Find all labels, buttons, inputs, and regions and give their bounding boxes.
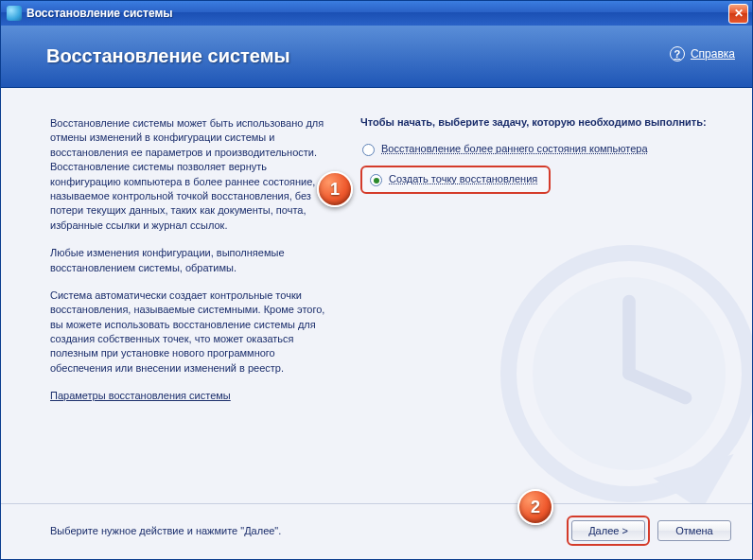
cancel-button[interactable]: Отмена [657, 520, 731, 541]
footer: Выберите нужное действие и нажмите "Дале… [1, 503, 752, 559]
help-link[interactable]: ? Справка [670, 46, 735, 61]
settings-link[interactable]: Параметры восстановления системы [50, 390, 231, 401]
radio-label-create: Создать точку восстановления [389, 173, 537, 184]
description-p1: Восстановление системы может быть исполь… [50, 116, 340, 233]
description-p3: Система автоматически создает контрольны… [50, 289, 340, 376]
titlebar: Восстановление системы ✕ [1, 1, 752, 26]
task-header: Чтобы начать, выберите задачу, которую н… [360, 116, 724, 128]
next-button[interactable]: Далее > [571, 520, 645, 541]
footer-hint: Выберите нужное действие и нажмите "Дале… [50, 525, 567, 536]
close-icon: ✕ [734, 7, 744, 20]
system-restore-window: Восстановление системы ✕ Восстановление … [0, 0, 753, 560]
help-label: Справка [691, 47, 735, 61]
radio-icon-selected [370, 174, 382, 186]
description-column: Восстановление системы может быть исполь… [1, 88, 351, 503]
task-column: Чтобы начать, выберите задачу, которую н… [351, 88, 752, 503]
app-icon [7, 6, 22, 21]
content-area: Восстановление системы может быть исполь… [1, 88, 752, 503]
footer-buttons: 2 Далее > Отмена [567, 516, 731, 546]
help-icon: ? [670, 46, 685, 61]
radio-option-create-point[interactable]: Создать точку восстановления [368, 171, 539, 188]
window-title: Восстановление системы [26, 7, 728, 20]
radio-option-restore[interactable]: Восстановление более раннего состояния к… [360, 141, 724, 158]
radio-label-restore: Восстановление более раннего состояния к… [381, 143, 648, 154]
highlight-create-point: Создать точку восстановления [360, 166, 551, 194]
description-p2: Любые изменения конфигурации, выполняемы… [50, 246, 340, 275]
radio-icon [362, 144, 375, 156]
page-title: Восстановление системы [46, 45, 290, 67]
annotation-marker-1: 1 [317, 171, 353, 207]
close-button[interactable]: ✕ [728, 4, 748, 24]
annotation-marker-2: 2 [517, 489, 553, 525]
header-band: Восстановление системы ? Справка [1, 26, 752, 88]
highlight-next-button: Далее > [567, 516, 650, 546]
